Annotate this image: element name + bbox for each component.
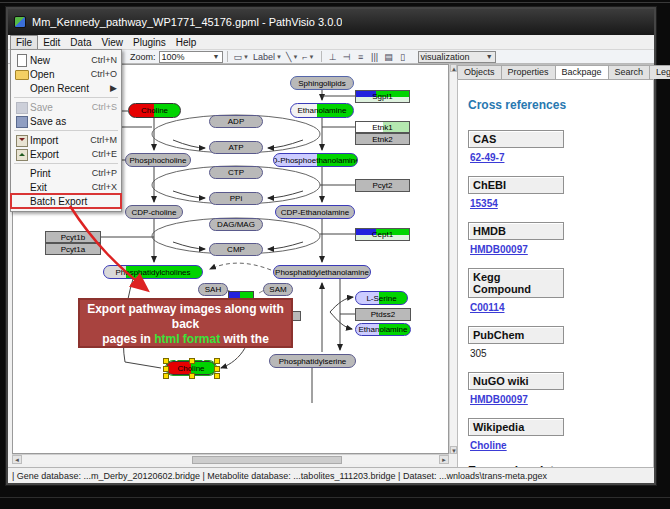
node-cept1[interactable]: Cept1 bbox=[355, 228, 410, 241]
xref-link[interactable]: HMDB00097 bbox=[470, 244, 528, 255]
node-ethanolamine-bottom[interactable]: Ethanolamine bbox=[355, 323, 411, 336]
xref-link[interactable]: Choline bbox=[470, 440, 507, 451]
node-etnk1[interactable]: Etnk1 bbox=[355, 121, 410, 133]
scroll-left-icon[interactable]: ◄ bbox=[12, 455, 22, 464]
menubar-item-file[interactable]: File bbox=[10, 35, 38, 50]
file-menu-item-save-as[interactable]: Save as bbox=[11, 114, 121, 128]
xref-section-wikipedia: WikipediaCholine bbox=[468, 418, 643, 451]
tab-legend[interactable]: Legend bbox=[649, 65, 670, 79]
node-cdp-ethanolamine[interactable]: CDP-Ethanolamine bbox=[275, 205, 355, 219]
selection-handle[interactable] bbox=[214, 366, 220, 372]
node-pcyt1a[interactable]: Pcyt1a bbox=[45, 243, 101, 255]
chevron-down-icon[interactable]: ▼ bbox=[243, 54, 249, 60]
node-phosphatidylcholines[interactable]: Phosphatidylcholines bbox=[103, 265, 203, 279]
xref-value[interactable]: Choline bbox=[470, 440, 643, 451]
node-ptdss2[interactable]: Ptdss2 bbox=[355, 308, 411, 321]
distribute-rows-button[interactable]: ≡ bbox=[354, 51, 368, 63]
chevron-down-icon[interactable]: ▼ bbox=[482, 53, 493, 60]
node-sgpl1[interactable]: Sgpl1 bbox=[355, 90, 410, 103]
menubar-item-view[interactable]: View bbox=[96, 36, 128, 49]
connector-tool[interactable]: ⌐▼ bbox=[300, 51, 316, 63]
file-menu-item-print[interactable]: PrintCtrl+P bbox=[11, 166, 121, 180]
node-sam[interactable]: SAM bbox=[263, 283, 293, 296]
node-choline-selected[interactable]: Choline bbox=[166, 361, 216, 375]
file-menu-item-open[interactable]: OpenCtrl+O bbox=[11, 67, 121, 81]
node-sphingolipids[interactable]: Sphingolipids bbox=[290, 76, 354, 90]
menu-shortcut: Ctrl+O bbox=[91, 69, 117, 79]
xref-value[interactable]: 62-49-7 bbox=[470, 152, 643, 163]
tab-backpage[interactable]: Backpage bbox=[555, 65, 609, 79]
scroll-right-icon[interactable]: ► bbox=[439, 455, 449, 464]
file-menu-item-batch-export[interactable]: Batch Export bbox=[11, 194, 121, 208]
align-center-y-button[interactable]: ⊣ bbox=[340, 51, 354, 63]
chevron-down-icon[interactable]: ▼ bbox=[292, 54, 298, 60]
file-menu-item-import[interactable]: ImportCtrl+M bbox=[11, 133, 121, 147]
window-frame-edge bbox=[0, 2, 670, 3]
distribute-cols-button[interactable]: ||| bbox=[368, 51, 382, 63]
window-frame-edge-bottom bbox=[0, 497, 670, 498]
node-phosphatidylethanolamine[interactable]: Phosphatidylethanolamine bbox=[273, 265, 371, 279]
node-atp[interactable]: ATP bbox=[209, 141, 263, 154]
node-cdp-choline[interactable]: CDP-choline bbox=[125, 205, 183, 219]
node-ctp[interactable]: CTP bbox=[209, 166, 263, 179]
node-ethanolamine-top[interactable]: Ethanolamine bbox=[290, 103, 354, 118]
xref-value[interactable]: HMDB00097 bbox=[470, 244, 643, 255]
stack-vertical-button[interactable]: ▤ bbox=[382, 51, 396, 63]
tab-properties[interactable]: Properties bbox=[501, 65, 556, 79]
file-menu-item-open-recent[interactable]: Open Recent▶ bbox=[11, 81, 121, 95]
xref-link[interactable]: C00114 bbox=[470, 302, 504, 313]
node-sah[interactable]: SAH bbox=[198, 283, 228, 296]
line-tool[interactable]: ╲▼ bbox=[284, 51, 300, 63]
canvas-horizontal-scrollbar[interactable]: ◄ ► bbox=[12, 454, 449, 464]
canvas-vertical-scrollbar[interactable]: ▲ ▼ bbox=[449, 64, 457, 454]
menubar-item-data[interactable]: Data bbox=[65, 36, 96, 49]
selection-handle[interactable] bbox=[163, 373, 169, 379]
menu-shortcut: Ctrl+P bbox=[92, 168, 117, 178]
scroll-down-icon[interactable]: ▼ bbox=[450, 446, 457, 454]
file-menu-item-new[interactable]: NewCtrl+N bbox=[11, 53, 121, 67]
tab-search[interactable]: Search bbox=[608, 65, 651, 79]
node-cmp[interactable]: CMP bbox=[209, 243, 263, 256]
align-center-x-button[interactable]: ⊥ bbox=[326, 51, 340, 63]
chevron-down-icon[interactable]: ▼ bbox=[276, 54, 282, 60]
node-etnk2[interactable]: Etnk2 bbox=[355, 133, 410, 145]
menubar-item-plugins[interactable]: Plugins bbox=[128, 36, 171, 49]
chevron-down-icon[interactable]: ▼ bbox=[209, 53, 220, 60]
zoom-combobox[interactable]: 100% ▼ bbox=[159, 51, 223, 63]
xref-link[interactable]: HMDB00097 bbox=[470, 394, 528, 405]
stack-horizontal-button[interactable]: ▯ bbox=[396, 51, 410, 63]
label-tool[interactable]: Label▼ bbox=[251, 51, 284, 63]
app-icon bbox=[14, 16, 26, 28]
node-phosphocholine[interactable]: Phosphocholine bbox=[125, 153, 191, 167]
node-dag-mag[interactable]: DAG/MAG bbox=[209, 218, 263, 231]
node-ppi[interactable]: PPi bbox=[209, 192, 263, 205]
node-pcyt1b[interactable]: Pcyt1b bbox=[45, 231, 101, 243]
scroll-up-icon[interactable]: ▲ bbox=[450, 64, 457, 72]
xref-title: NuGO wiki bbox=[468, 372, 564, 390]
xref-value[interactable]: C00114 bbox=[470, 302, 643, 313]
node-pcyt2[interactable]: Pcyt2 bbox=[355, 179, 410, 192]
file-menu-item-export[interactable]: ExportCtrl+E bbox=[11, 147, 121, 161]
menubar-item-help[interactable]: Help bbox=[171, 36, 202, 49]
node-adp[interactable]: ADP bbox=[209, 115, 263, 128]
datanode-tool[interactable]: ▭▼ bbox=[232, 51, 251, 63]
node-l-serine[interactable]: L-Serine bbox=[355, 291, 408, 305]
title-bar[interactable]: Mm_Kennedy_pathway_WP1771_45176.gpml - P… bbox=[8, 9, 654, 35]
scrollbar-thumb[interactable] bbox=[192, 456, 342, 464]
xref-link[interactable]: 62-49-7 bbox=[470, 152, 504, 163]
node-o-phosphoethanolamine[interactable]: O-Phosphoethanolamine bbox=[273, 153, 358, 167]
xref-value[interactable]: HMDB00097 bbox=[470, 394, 643, 405]
file-menu-item-save[interactable]: SaveCtrl+S bbox=[11, 100, 121, 114]
xref-link[interactable]: 15354 bbox=[470, 198, 498, 209]
chevron-down-icon[interactable]: ▼ bbox=[309, 54, 315, 60]
file-menu-item-exit[interactable]: ExitCtrl+X bbox=[11, 180, 121, 194]
node-choline-top[interactable]: Choline bbox=[128, 103, 181, 118]
tab-objects[interactable]: Objects bbox=[457, 65, 502, 79]
selection-handle[interactable] bbox=[163, 366, 169, 372]
node-phosphatidylserine[interactable]: Phosphatidylserine bbox=[269, 354, 356, 368]
selection-handle[interactable] bbox=[214, 373, 220, 379]
xref-value[interactable]: 15354 bbox=[470, 198, 643, 209]
visualization-combobox[interactable]: visualization ▼ bbox=[418, 51, 496, 63]
menubar-item-edit[interactable]: Edit bbox=[38, 36, 65, 49]
selection-handle[interactable] bbox=[189, 373, 195, 379]
